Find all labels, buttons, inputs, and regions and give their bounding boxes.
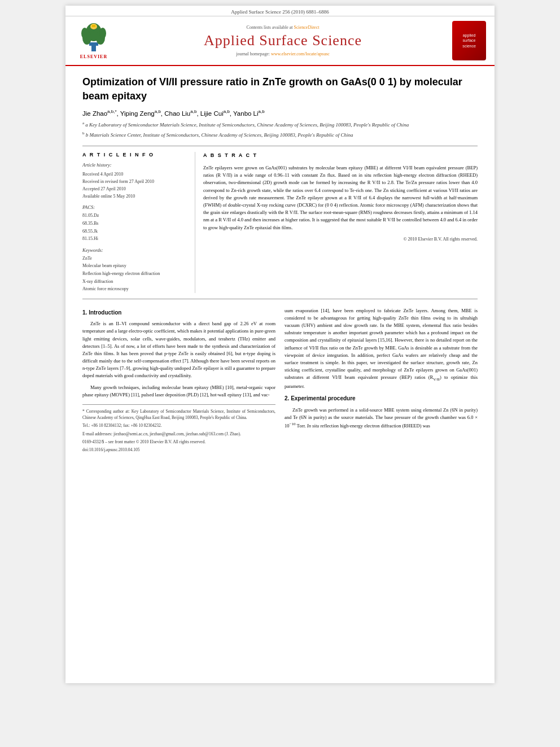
pacs-item: 68.55.Jk bbox=[82, 228, 188, 235]
keywords-label: Keywords: bbox=[82, 247, 188, 253]
footnote-5: doi:10.1016/j.apsusc.2010.04.105 bbox=[82, 447, 275, 453]
body-right-column: uum evaporation [14], have been employed… bbox=[285, 307, 478, 455]
keywords-list: ZnTe Molecular beam epitaxy Reflection h… bbox=[82, 255, 188, 293]
right-col-para-1: uum evaporation [14], have been employed… bbox=[285, 307, 478, 390]
affiliation-b: b b Materials Science Center, Institute … bbox=[82, 130, 478, 139]
journal-header: ELSEVIER Contents lists available at Sci… bbox=[65, 16, 495, 66]
authors: Jie Zhaoa,b,*, Yiping Zenga,b, Chao Liua… bbox=[82, 109, 478, 117]
body-left-column: 1. Introduction ZnTe is an II–VI compoun… bbox=[82, 307, 275, 455]
section-1-heading: 1. Introduction bbox=[82, 308, 275, 317]
svg-rect-8 bbox=[92, 25, 95, 27]
pacs-item: 68.35.Bs bbox=[82, 220, 188, 228]
body-columns: 1. Introduction ZnTe is an II–VI compoun… bbox=[82, 307, 478, 455]
elsevier-logo: ELSEVIER bbox=[71, 21, 116, 60]
keyword-item: Reflection high-energy electron diffract… bbox=[82, 270, 188, 278]
pacs-label: PACS: bbox=[82, 204, 188, 210]
journal-title-header: Applied Surface Science bbox=[122, 32, 444, 49]
journal-logo-right: appliedsurfacescience bbox=[449, 21, 489, 60]
abstract-copyright: © 2010 Elsevier B.V. All rights reserved… bbox=[203, 236, 478, 243]
keyword-item: ZnTe bbox=[82, 255, 188, 263]
footnote-1: * Corresponding author at: Key Laborator… bbox=[82, 408, 275, 421]
keyword-item: Atomic force microscopy bbox=[82, 285, 188, 293]
article-info-title: A R T I C L E I N F O bbox=[82, 152, 188, 158]
keyword-item: Molecular beam epitaxy bbox=[82, 262, 188, 270]
affiliations: a a Key Laboratory of Semiconductor Mate… bbox=[82, 120, 478, 139]
keyword-item: X-ray diffraction bbox=[82, 278, 188, 286]
article-content: Optimization of VI/II pressure ratio in … bbox=[65, 66, 495, 464]
elsevier-label: ELSEVIER bbox=[80, 54, 107, 59]
article-dates: Received 4 April 2010 Received in revise… bbox=[82, 171, 188, 200]
abstract-title: A B S T R A C T bbox=[203, 152, 478, 160]
homepage-link[interactable]: www.elsevier.com/locate/apsusc bbox=[271, 51, 330, 56]
experimental-para-1: ZnTe growth was performed in a solid-sou… bbox=[285, 407, 478, 430]
journal-citation: Applied Surface Science 256 (2010) 6881–… bbox=[65, 6, 495, 16]
affiliation-a: a a Key Laboratory of Semiconductor Mate… bbox=[82, 120, 478, 129]
sciencedirect-line: Contents lists available at ScienceDirec… bbox=[122, 25, 444, 30]
svg-rect-1 bbox=[89, 42, 98, 46]
footnote-3: E-mail addresses: jiezhao@semi.ac.cn, ji… bbox=[82, 431, 275, 437]
sciencedirect-link[interactable]: ScienceDirect bbox=[294, 25, 320, 30]
article-info: A R T I C L E I N F O Article history: R… bbox=[82, 152, 195, 293]
article-title: Optimization of VI/II pressure ratio in … bbox=[82, 75, 478, 103]
footnote-area: * Corresponding author at: Key Laborator… bbox=[82, 404, 275, 453]
svg-point-6 bbox=[99, 28, 106, 39]
pacs-list: 81.05.Dz 68.35.Bs 68.55.Jk 81.15.Hi bbox=[82, 212, 188, 242]
journal-header-center: Contents lists available at ScienceDirec… bbox=[122, 21, 444, 60]
footnote-2: Tel.: +86 10 82304132; fax: +86 10 82304… bbox=[82, 422, 275, 429]
intro-para-2: Many growth techniques, including molecu… bbox=[82, 384, 275, 399]
journal-logo-text: appliedsurfacescience bbox=[462, 33, 476, 48]
abstract-section: A B S T R A C T ZnTe epilayers were grow… bbox=[203, 152, 478, 293]
pacs-item: 81.15.Hi bbox=[82, 235, 188, 243]
journal-logo-box: appliedsurfacescience bbox=[452, 21, 486, 60]
abstract-text: ZnTe epilayers were grown on GaAs(001) s… bbox=[203, 164, 478, 231]
footnote-4: 0169-4332/$ – see front matter © 2010 El… bbox=[82, 439, 275, 445]
pacs-item: 81.05.Dz bbox=[82, 212, 188, 220]
svg-point-5 bbox=[81, 28, 88, 39]
article-history-label: Article history: bbox=[82, 162, 188, 168]
journal-homepage: journal homepage: www.elsevier.com/locat… bbox=[122, 51, 444, 56]
info-abstract-section: A R T I C L E I N F O Article history: R… bbox=[82, 146, 478, 299]
elsevier-tree-icon bbox=[77, 22, 111, 53]
section-2-heading: 2. Experimental procedure bbox=[285, 394, 478, 403]
intro-para-1: ZnTe is an II–VI compound semiconductor … bbox=[82, 320, 275, 379]
citation-text: Applied Surface Science 256 (2010) 6881–… bbox=[231, 9, 329, 15]
